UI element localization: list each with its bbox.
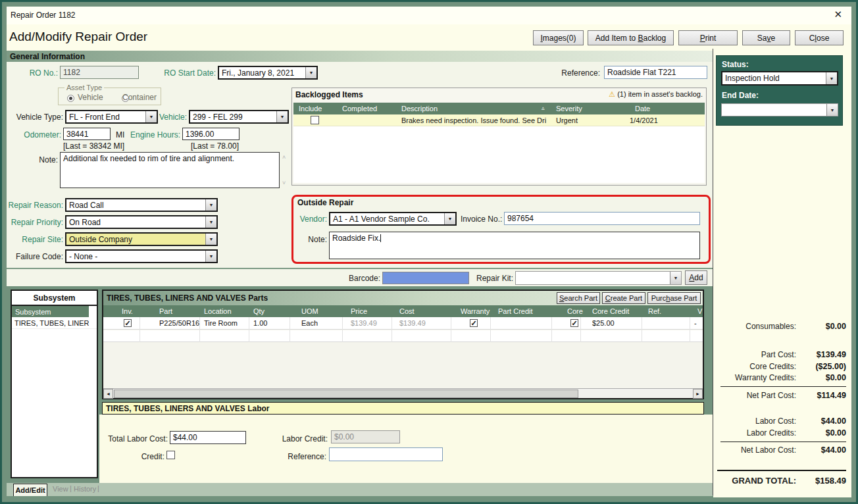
odometer-unit: MI bbox=[116, 130, 124, 139]
vehicle-type-select[interactable]: FL - Front End▼ bbox=[65, 110, 158, 124]
parts-col-uom[interactable]: UOM bbox=[301, 307, 318, 315]
backlog-description-cell: Brakes need inspection. Issue found. See… bbox=[401, 116, 546, 124]
close-button[interactable]: Close bbox=[795, 30, 844, 45]
parts-col-ref[interactable]: Ref. bbox=[648, 307, 661, 315]
backlog-col-date[interactable]: Date bbox=[635, 105, 650, 113]
parts-warranty-checkbox[interactable]: ✓ bbox=[470, 319, 478, 327]
chevron-down-icon[interactable]: ▼ bbox=[205, 199, 216, 211]
chevron-down-icon[interactable]: ▼ bbox=[670, 272, 681, 284]
consumables-value: $0.00 bbox=[804, 322, 846, 331]
ro-no-field[interactable] bbox=[60, 66, 139, 79]
scroll-right-icon[interactable]: ► bbox=[693, 389, 703, 399]
scroll-down-icon[interactable]: ˅ bbox=[282, 180, 286, 186]
scroll-left-icon[interactable]: ◄ bbox=[103, 389, 113, 399]
add-button[interactable]: Add bbox=[685, 270, 707, 285]
ro-start-date-value: Fri., January 8, 2021 bbox=[219, 68, 305, 78]
chevron-down-icon[interactable]: ▼ bbox=[826, 104, 838, 116]
parts-col-core-credit[interactable]: Core Credit bbox=[592, 307, 629, 315]
odometer-last-value: [Last = 38342 MI] bbox=[63, 141, 124, 151]
repair-kit-select[interactable]: ▼ bbox=[515, 271, 682, 285]
backlog-grid-empty-area bbox=[293, 126, 705, 183]
backlog-severity-cell: Urgent bbox=[556, 116, 578, 124]
parts-cost-cell: $139.49 bbox=[399, 319, 426, 327]
tab-add-edit[interactable]: Add/Edit bbox=[13, 484, 47, 496]
subsystem-panel: Subsystem Subsystem TIRES, TUBES, LINER bbox=[11, 290, 98, 478]
parts-row[interactable]: ✓ P225/50R16 Tire Room 1.00 Each $139.49… bbox=[103, 317, 703, 330]
vehicle-select[interactable]: 299 - FEL 299▼ bbox=[189, 110, 289, 124]
repair-reason-select[interactable]: Road Call▼ bbox=[65, 198, 218, 212]
parts-inv-checkbox[interactable]: ✓ bbox=[124, 319, 132, 327]
parts-col-location[interactable]: Location bbox=[204, 307, 232, 315]
labor-credit-field[interactable] bbox=[331, 430, 400, 443]
images-button[interactable]: Images(0) bbox=[533, 30, 584, 45]
status-select[interactable]: Inspection Hold▼ bbox=[721, 71, 838, 86]
asset-type-vehicle-radio[interactable] bbox=[67, 95, 74, 102]
add-item-to-backlog-button[interactable]: Add Item to Backlog bbox=[588, 30, 674, 45]
outside-note-field[interactable]: Roadside Fix. bbox=[329, 232, 700, 259]
repair-site-value: Outside Company bbox=[66, 234, 205, 245]
parts-col-part-credit[interactable]: Part Credit bbox=[498, 307, 533, 315]
engine-hours-field[interactable] bbox=[182, 128, 240, 140]
backlog-row[interactable]: Brakes need inspection. Issue found. See… bbox=[293, 114, 705, 126]
parts-col-qty[interactable]: Qty bbox=[253, 307, 265, 315]
chevron-down-icon[interactable]: ▼ bbox=[444, 213, 455, 224]
scroll-up-icon[interactable]: ˄ bbox=[282, 155, 286, 161]
backlog-col-include[interactable]: Include bbox=[299, 105, 322, 113]
parts-col-vendor[interactable]: V bbox=[697, 307, 702, 315]
backlog-col-description[interactable]: Description bbox=[401, 105, 438, 113]
vendor-select[interactable]: A1 - A1 Vendor Sample Co.▼ bbox=[329, 212, 457, 226]
invoice-no-field[interactable] bbox=[504, 212, 700, 225]
repair-priority-select[interactable]: On Road▼ bbox=[65, 215, 218, 229]
net-part-cost-value: $114.49 bbox=[804, 391, 846, 400]
parts-col-part[interactable]: Part bbox=[159, 307, 172, 315]
subsystem-column-header[interactable]: Subsystem bbox=[12, 306, 89, 317]
chevron-down-icon[interactable]: ▼ bbox=[276, 111, 288, 122]
grand-total-label: GRAND TOTAL: bbox=[715, 476, 804, 486]
parts-col-warranty[interactable]: Warranty bbox=[461, 307, 490, 315]
repair-site-select[interactable]: Outside Company▼ bbox=[65, 232, 218, 246]
backlog-include-checkbox[interactable] bbox=[311, 116, 319, 124]
parts-col-price[interactable]: Price bbox=[351, 307, 367, 315]
sort-ascending-icon: ▵ bbox=[542, 105, 545, 111]
chevron-down-icon[interactable]: ▼ bbox=[205, 251, 216, 262]
odometer-field[interactable] bbox=[63, 128, 111, 140]
failure-code-select[interactable]: - None -▼ bbox=[65, 249, 218, 263]
reference-field[interactable] bbox=[604, 66, 707, 79]
parts-core-checkbox[interactable]: ✓ bbox=[570, 319, 578, 327]
total-labor-cost-field[interactable] bbox=[170, 431, 246, 444]
parts-hscrollbar[interactable]: ◄ ► bbox=[103, 388, 703, 398]
parts-col-cost[interactable]: Cost bbox=[399, 307, 415, 315]
general-information-header: General Information bbox=[7, 51, 713, 62]
end-date-select[interactable]: ▼ bbox=[721, 103, 838, 116]
chevron-down-icon[interactable]: ▼ bbox=[305, 67, 316, 78]
chevron-down-icon[interactable]: ▼ bbox=[205, 234, 216, 245]
vehicle-note-field[interactable]: Additional fix needed to rim of tire and… bbox=[60, 152, 280, 188]
core-credits-row: Core Credits:($25.00) bbox=[715, 362, 846, 371]
failure-code-label: Failure Code: bbox=[5, 252, 63, 261]
save-button[interactable]: Save bbox=[742, 30, 790, 45]
parts-col-core[interactable]: Core bbox=[567, 307, 583, 315]
subsystem-row[interactable]: TIRES, TUBES, LINER bbox=[12, 317, 97, 329]
parts-col-inv[interactable]: Inv. bbox=[122, 307, 133, 315]
tab-view[interactable]: View bbox=[53, 485, 68, 493]
close-icon[interactable]: ✕ bbox=[834, 9, 842, 20]
parts-empty-row bbox=[103, 330, 703, 342]
tab-history[interactable]: History bbox=[74, 485, 96, 493]
create-part-button[interactable]: Create Part bbox=[602, 292, 645, 304]
backlog-col-completed[interactable]: Completed bbox=[342, 105, 377, 113]
print-button[interactable]: Print bbox=[678, 30, 738, 45]
search-part-button[interactable]: Search Part bbox=[557, 292, 600, 304]
barcode-field[interactable] bbox=[382, 272, 469, 284]
backlog-date-cell: 1/4/2021 bbox=[630, 116, 658, 124]
ro-start-date-select[interactable]: Fri., January 8, 2021▼ bbox=[218, 66, 318, 80]
parts-grid-header: Inv. Part Location Qty UOM Price Cost Wa… bbox=[103, 305, 703, 317]
scrollbar-thumb[interactable] bbox=[114, 390, 578, 398]
chevron-down-icon[interactable]: ▼ bbox=[205, 216, 216, 228]
labor-reference-field[interactable] bbox=[329, 447, 443, 461]
backlog-col-severity[interactable]: Severity bbox=[556, 105, 582, 113]
chevron-down-icon[interactable]: ▼ bbox=[826, 72, 837, 84]
parts-core-credit-cell: $25.00 bbox=[592, 319, 615, 327]
labor-credit-checkbox[interactable] bbox=[166, 451, 175, 459]
grand-total-divider bbox=[717, 470, 846, 471]
purchase-part-button[interactable]: Purchase Part bbox=[647, 292, 701, 304]
